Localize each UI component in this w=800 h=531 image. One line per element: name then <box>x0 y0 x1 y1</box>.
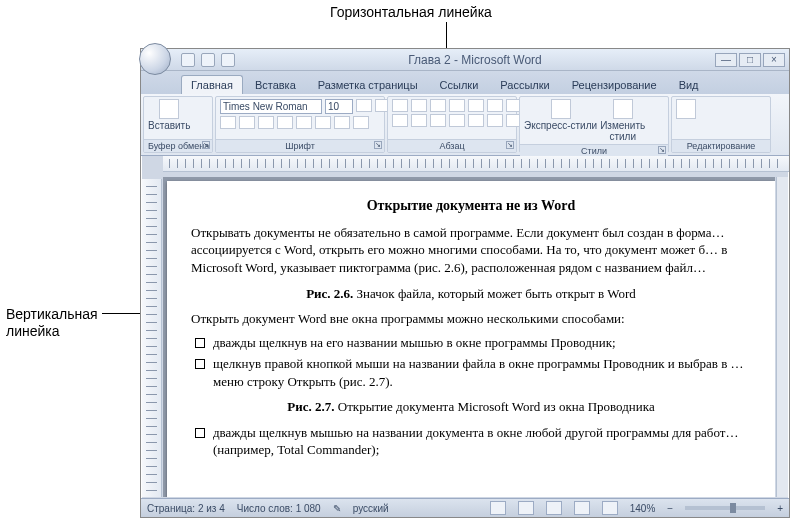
zoom-level[interactable]: 140% <box>630 503 656 514</box>
window-title: Глава 2 - Microsoft Word <box>235 53 715 67</box>
view-web-layout-button[interactable] <box>546 501 562 515</box>
align-left-button[interactable] <box>392 114 408 127</box>
quick-access-toolbar <box>181 53 235 67</box>
numbering-button[interactable] <box>411 99 427 112</box>
status-words[interactable]: Число слов: 1 080 <box>237 503 321 514</box>
paragraph-dialog-launcher[interactable]: ↘ <box>506 141 514 149</box>
horizontal-ruler[interactable] <box>163 156 789 172</box>
zoom-thumb[interactable] <box>730 503 736 513</box>
zoom-slider[interactable] <box>685 506 765 510</box>
minimize-button[interactable]: — <box>715 53 737 67</box>
tab-view[interactable]: Вид <box>669 75 709 94</box>
group-clipboard-label: Буфер обмена <box>148 141 209 151</box>
indent-decrease-button[interactable] <box>449 99 465 112</box>
tab-home[interactable]: Главная <box>181 75 243 94</box>
fig7-num: Рис. 2.7. <box>287 399 334 414</box>
status-page[interactable]: Страница: 2 из 4 <box>147 503 225 514</box>
doc-p1: Открывать документы не обязательно в сам… <box>191 224 751 277</box>
line-spacing-button[interactable] <box>468 114 484 127</box>
qat-undo-icon[interactable] <box>201 53 215 67</box>
bullets-button[interactable] <box>392 99 408 112</box>
tab-references[interactable]: Ссылки <box>430 75 489 94</box>
vertical-scrollbar[interactable] <box>776 177 788 497</box>
group-font-label: Шрифт <box>285 141 315 151</box>
font-family-select[interactable]: Times New Roman <box>220 99 322 114</box>
zoom-out-button[interactable]: − <box>667 503 673 514</box>
doc-fig7: Рис. 2.7. Открытие документа Microsoft W… <box>191 398 751 416</box>
change-styles-button[interactable]: Изменить стили <box>600 99 645 142</box>
ribbon: Вставить Буфер обмена↘ Times New Roman 1… <box>141 94 789 156</box>
list-item: щелкнув правой кнопкой мыши на названии … <box>191 355 751 390</box>
editing-button[interactable] <box>676 99 696 119</box>
callout-horizontal-ruler: Горизонтальная линейка <box>330 4 492 20</box>
statusbar: Страница: 2 из 4 Число слов: 1 080 ✎ рус… <box>141 498 789 517</box>
multilevel-button[interactable] <box>430 99 446 112</box>
group-editing-label: Редактирование <box>687 141 756 151</box>
view-draft-button[interactable] <box>602 501 618 515</box>
styles-dialog-launcher[interactable]: ↘ <box>658 146 666 154</box>
status-spellcheck-icon[interactable]: ✎ <box>333 503 341 514</box>
tab-insert[interactable]: Вставка <box>245 75 306 94</box>
paste-button[interactable]: Вставить <box>148 99 190 131</box>
tab-page-layout[interactable]: Разметка страницы <box>308 75 428 94</box>
indent-increase-button[interactable] <box>468 99 484 112</box>
group-styles-label: Стили <box>581 146 607 156</box>
quick-styles-label: Экспресс-стили <box>524 120 597 131</box>
view-outline-button[interactable] <box>574 501 590 515</box>
view-print-layout-button[interactable] <box>490 501 506 515</box>
vertical-ruler[interactable] <box>142 179 162 497</box>
highlight-button[interactable] <box>334 116 350 129</box>
group-paragraph: Абзац↘ <box>387 96 517 153</box>
zoom-in-button[interactable]: + <box>777 503 783 514</box>
font-size-select[interactable]: 10 <box>325 99 353 114</box>
doc-fig6: Рис. 2.6. Значок файла, который может бы… <box>191 285 751 303</box>
office-button[interactable] <box>139 43 171 75</box>
fig7-text: Открытие документа Microsoft Word из окн… <box>335 399 655 414</box>
page[interactable]: Открытие документа не из Word Открывать … <box>167 181 775 497</box>
doc-p2: Открыть документ Word вне окна программы… <box>191 310 751 328</box>
paste-label: Вставить <box>148 120 190 131</box>
strike-button[interactable] <box>277 116 293 129</box>
document-area[interactable]: Открытие документа не из Word Открывать … <box>163 177 775 497</box>
titlebar: Глава 2 - Microsoft Word — □ × <box>141 49 789 71</box>
list-item: дважды щелкнув на его названии мышью в о… <box>191 334 751 352</box>
group-editing: Редактирование <box>671 96 771 153</box>
tab-review[interactable]: Рецензирование <box>562 75 667 94</box>
sort-button[interactable] <box>487 99 503 112</box>
fig6-num: Рис. 2.6. <box>306 286 353 301</box>
tab-mailings[interactable]: Рассылки <box>490 75 559 94</box>
list-item: дважды щелкнув мышью на названии докумен… <box>191 424 751 459</box>
maximize-button[interactable]: □ <box>739 53 761 67</box>
font-color-button[interactable] <box>353 116 369 129</box>
bold-button[interactable] <box>220 116 236 129</box>
close-button[interactable]: × <box>763 53 785 67</box>
group-font: Times New Roman 10 Шрифт↘ <box>215 96 385 153</box>
doc-heading: Открытие документа не из Word <box>191 197 751 216</box>
subscript-button[interactable] <box>296 116 312 129</box>
ribbon-tabs: Главная Вставка Разметка страницы Ссылки… <box>141 71 789 94</box>
align-center-button[interactable] <box>411 114 427 127</box>
view-full-screen-button[interactable] <box>518 501 534 515</box>
align-right-button[interactable] <box>430 114 446 127</box>
doc-list2: дважды щелкнув мышью на названии докумен… <box>191 424 751 459</box>
fig6-text: Значок файла, который может быть открыт … <box>353 286 635 301</box>
status-language[interactable]: русский <box>353 503 389 514</box>
italic-button[interactable] <box>239 116 255 129</box>
doc-list1: дважды щелкнув на его названии мышью в о… <box>191 334 751 391</box>
group-clipboard: Вставить Буфер обмена↘ <box>143 96 213 153</box>
callout-vertical-ruler: Вертикальная линейка <box>6 306 126 340</box>
change-styles-label: Изменить стили <box>600 120 645 142</box>
quick-styles-button[interactable]: Экспресс-стили <box>524 99 597 131</box>
shading-button[interactable] <box>487 114 503 127</box>
qat-redo-icon[interactable] <box>221 53 235 67</box>
justify-button[interactable] <box>449 114 465 127</box>
grow-font-icon[interactable] <box>356 99 372 112</box>
group-paragraph-label: Абзац <box>439 141 464 151</box>
underline-button[interactable] <box>258 116 274 129</box>
clipboard-dialog-launcher[interactable]: ↘ <box>202 141 210 149</box>
font-dialog-launcher[interactable]: ↘ <box>374 141 382 149</box>
superscript-button[interactable] <box>315 116 331 129</box>
app-window: Глава 2 - Microsoft Word — □ × Главная В… <box>140 48 790 518</box>
qat-save-icon[interactable] <box>181 53 195 67</box>
window-controls: — □ × <box>715 53 785 67</box>
